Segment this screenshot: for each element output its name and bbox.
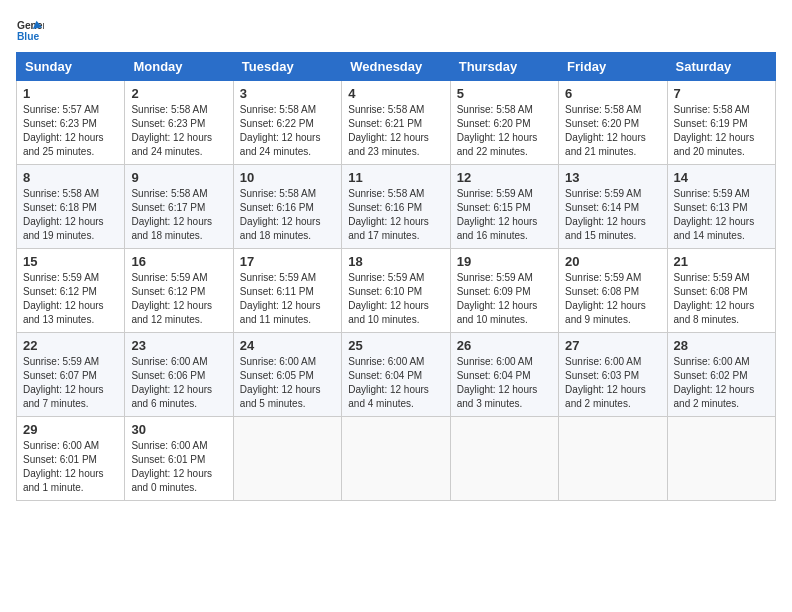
day-info: Sunrise: 5:58 AM Sunset: 6:22 PM Dayligh… [240,103,335,159]
day-number: 10 [240,170,335,185]
calendar-col-monday: Monday [125,53,233,81]
calendar-cell: 4Sunrise: 5:58 AM Sunset: 6:21 PM Daylig… [342,81,450,165]
day-number: 15 [23,254,118,269]
svg-text:Blue: Blue [17,31,40,42]
day-info: Sunrise: 5:58 AM Sunset: 6:18 PM Dayligh… [23,187,118,243]
logo-icon: General Blue [16,16,44,44]
day-info: Sunrise: 5:58 AM Sunset: 6:17 PM Dayligh… [131,187,226,243]
day-info: Sunrise: 5:58 AM Sunset: 6:16 PM Dayligh… [240,187,335,243]
calendar-cell: 14Sunrise: 5:59 AM Sunset: 6:13 PM Dayli… [667,165,775,249]
calendar-cell: 7Sunrise: 5:58 AM Sunset: 6:19 PM Daylig… [667,81,775,165]
calendar-cell: 24Sunrise: 6:00 AM Sunset: 6:05 PM Dayli… [233,333,341,417]
day-number: 6 [565,86,660,101]
calendar-cell: 17Sunrise: 5:59 AM Sunset: 6:11 PM Dayli… [233,249,341,333]
day-info: Sunrise: 6:00 AM Sunset: 6:02 PM Dayligh… [674,355,769,411]
day-number: 11 [348,170,443,185]
day-info: Sunrise: 6:00 AM Sunset: 6:01 PM Dayligh… [23,439,118,495]
calendar-cell: 11Sunrise: 5:58 AM Sunset: 6:16 PM Dayli… [342,165,450,249]
day-number: 28 [674,338,769,353]
day-info: Sunrise: 5:59 AM Sunset: 6:14 PM Dayligh… [565,187,660,243]
calendar-col-thursday: Thursday [450,53,558,81]
calendar-col-tuesday: Tuesday [233,53,341,81]
day-info: Sunrise: 5:59 AM Sunset: 6:13 PM Dayligh… [674,187,769,243]
calendar-cell: 25Sunrise: 6:00 AM Sunset: 6:04 PM Dayli… [342,333,450,417]
calendar-body: 1Sunrise: 5:57 AM Sunset: 6:23 PM Daylig… [17,81,776,501]
day-number: 7 [674,86,769,101]
day-info: Sunrise: 5:59 AM Sunset: 6:12 PM Dayligh… [131,271,226,327]
day-number: 14 [674,170,769,185]
day-info: Sunrise: 5:57 AM Sunset: 6:23 PM Dayligh… [23,103,118,159]
day-number: 3 [240,86,335,101]
day-number: 30 [131,422,226,437]
calendar-cell: 29Sunrise: 6:00 AM Sunset: 6:01 PM Dayli… [17,417,125,501]
calendar-cell: 27Sunrise: 6:00 AM Sunset: 6:03 PM Dayli… [559,333,667,417]
day-number: 25 [348,338,443,353]
calendar-week-1: 1Sunrise: 5:57 AM Sunset: 6:23 PM Daylig… [17,81,776,165]
day-number: 9 [131,170,226,185]
calendar-header-row: SundayMondayTuesdayWednesdayThursdayFrid… [17,53,776,81]
day-info: Sunrise: 6:00 AM Sunset: 6:04 PM Dayligh… [457,355,552,411]
calendar-cell: 6Sunrise: 5:58 AM Sunset: 6:20 PM Daylig… [559,81,667,165]
calendar-cell: 30Sunrise: 6:00 AM Sunset: 6:01 PM Dayli… [125,417,233,501]
calendar-cell: 9Sunrise: 5:58 AM Sunset: 6:17 PM Daylig… [125,165,233,249]
day-info: Sunrise: 5:59 AM Sunset: 6:15 PM Dayligh… [457,187,552,243]
day-info: Sunrise: 5:58 AM Sunset: 6:23 PM Dayligh… [131,103,226,159]
day-info: Sunrise: 5:58 AM Sunset: 6:19 PM Dayligh… [674,103,769,159]
calendar-cell: 2Sunrise: 5:58 AM Sunset: 6:23 PM Daylig… [125,81,233,165]
day-number: 12 [457,170,552,185]
day-info: Sunrise: 5:59 AM Sunset: 6:09 PM Dayligh… [457,271,552,327]
day-number: 21 [674,254,769,269]
day-info: Sunrise: 5:58 AM Sunset: 6:20 PM Dayligh… [457,103,552,159]
calendar-cell [559,417,667,501]
calendar-cell: 23Sunrise: 6:00 AM Sunset: 6:06 PM Dayli… [125,333,233,417]
calendar-header: SundayMondayTuesdayWednesdayThursdayFrid… [17,53,776,81]
calendar-cell: 21Sunrise: 5:59 AM Sunset: 6:08 PM Dayli… [667,249,775,333]
calendar-week-3: 15Sunrise: 5:59 AM Sunset: 6:12 PM Dayli… [17,249,776,333]
day-info: Sunrise: 6:00 AM Sunset: 6:01 PM Dayligh… [131,439,226,495]
calendar-week-5: 29Sunrise: 6:00 AM Sunset: 6:01 PM Dayli… [17,417,776,501]
day-number: 29 [23,422,118,437]
calendar-col-saturday: Saturday [667,53,775,81]
day-info: Sunrise: 5:58 AM Sunset: 6:16 PM Dayligh… [348,187,443,243]
day-info: Sunrise: 5:59 AM Sunset: 6:08 PM Dayligh… [565,271,660,327]
day-number: 8 [23,170,118,185]
day-info: Sunrise: 5:59 AM Sunset: 6:08 PM Dayligh… [674,271,769,327]
calendar-table: SundayMondayTuesdayWednesdayThursdayFrid… [16,52,776,501]
day-info: Sunrise: 5:59 AM Sunset: 6:10 PM Dayligh… [348,271,443,327]
day-number: 4 [348,86,443,101]
day-info: Sunrise: 6:00 AM Sunset: 6:05 PM Dayligh… [240,355,335,411]
day-number: 20 [565,254,660,269]
logo: General Blue [16,16,44,44]
calendar-cell: 28Sunrise: 6:00 AM Sunset: 6:02 PM Dayli… [667,333,775,417]
calendar-cell: 5Sunrise: 5:58 AM Sunset: 6:20 PM Daylig… [450,81,558,165]
calendar-cell [233,417,341,501]
day-info: Sunrise: 5:59 AM Sunset: 6:11 PM Dayligh… [240,271,335,327]
day-info: Sunrise: 6:00 AM Sunset: 6:04 PM Dayligh… [348,355,443,411]
calendar-col-sunday: Sunday [17,53,125,81]
day-number: 5 [457,86,552,101]
day-number: 17 [240,254,335,269]
calendar-col-wednesday: Wednesday [342,53,450,81]
calendar-cell: 3Sunrise: 5:58 AM Sunset: 6:22 PM Daylig… [233,81,341,165]
day-number: 19 [457,254,552,269]
day-info: Sunrise: 5:59 AM Sunset: 6:12 PM Dayligh… [23,271,118,327]
day-number: 13 [565,170,660,185]
page-header: General Blue [16,16,776,44]
calendar-cell: 15Sunrise: 5:59 AM Sunset: 6:12 PM Dayli… [17,249,125,333]
day-number: 22 [23,338,118,353]
day-info: Sunrise: 5:58 AM Sunset: 6:21 PM Dayligh… [348,103,443,159]
calendar-cell: 16Sunrise: 5:59 AM Sunset: 6:12 PM Dayli… [125,249,233,333]
day-number: 27 [565,338,660,353]
calendar-cell [450,417,558,501]
day-number: 26 [457,338,552,353]
day-number: 24 [240,338,335,353]
day-info: Sunrise: 6:00 AM Sunset: 6:03 PM Dayligh… [565,355,660,411]
day-number: 1 [23,86,118,101]
day-number: 2 [131,86,226,101]
calendar-cell: 22Sunrise: 5:59 AM Sunset: 6:07 PM Dayli… [17,333,125,417]
calendar-cell: 10Sunrise: 5:58 AM Sunset: 6:16 PM Dayli… [233,165,341,249]
calendar-cell: 20Sunrise: 5:59 AM Sunset: 6:08 PM Dayli… [559,249,667,333]
calendar-col-friday: Friday [559,53,667,81]
calendar-cell [342,417,450,501]
day-info: Sunrise: 6:00 AM Sunset: 6:06 PM Dayligh… [131,355,226,411]
